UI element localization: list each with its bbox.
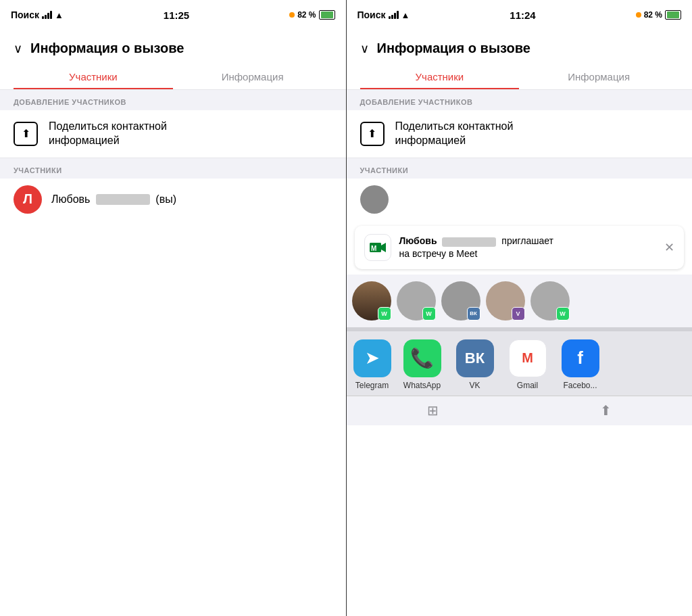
app-item-telegram[interactable]: ➤ Telegram xyxy=(352,339,393,390)
contact-avatar-5[interactable]: W xyxy=(530,281,570,321)
right-header-row: ∨ Информация о вызове xyxy=(360,41,679,56)
right-tabs: Участники Информация xyxy=(360,64,679,89)
left-status-left: Поиск ▲ xyxy=(11,9,64,20)
contact-avatar-1[interactable]: W xyxy=(352,281,391,321)
left-header: ∨ Информация о вызове Участники Информац… xyxy=(0,30,346,90)
right-share-text: Поделиться контактнойинформацией xyxy=(395,120,514,148)
left-signal-icon xyxy=(42,11,52,19)
right-phone-panel: Поиск ▲ 11:24 82 % ∨ Информация о вызове xyxy=(347,0,693,616)
left-battery-pct: 82 % xyxy=(297,10,316,20)
gmail-icon: M xyxy=(509,339,547,377)
right-clock: 11:24 xyxy=(510,9,535,21)
contact-badge-2: W xyxy=(422,307,436,321)
contact-badge-5: W xyxy=(556,307,570,321)
app-item-vk[interactable]: ВК VK xyxy=(452,339,498,390)
right-tab-participants[interactable]: Участники xyxy=(360,64,520,89)
left-phone-panel: Поиск ▲ 11:25 82 % ∨ Информация о вызове xyxy=(0,0,347,616)
app-item-facebook[interactable]: f Facebo... xyxy=(558,339,603,390)
left-wifi-icon: ▲ xyxy=(55,10,64,20)
left-participant-name: Любовь (вы) xyxy=(51,193,176,206)
bottom-share-icon[interactable]: ⬆ xyxy=(600,402,612,419)
facebook-label: Facebo... xyxy=(558,381,603,390)
left-page-title: Информация о вызове xyxy=(30,41,184,56)
right-avatar-partial xyxy=(360,185,389,214)
right-participant-partial xyxy=(347,179,693,220)
left-tabs: Участники Информация xyxy=(14,64,332,89)
telegram-label: Telegram xyxy=(352,381,393,390)
whatsapp-icon: 📞 xyxy=(403,339,441,377)
contact-badge-4: V xyxy=(512,307,525,321)
left-battery-icon xyxy=(319,10,335,20)
left-avatar-letter: Л xyxy=(23,191,32,207)
right-contacts-scroll[interactable]: W W ВК V W xyxy=(347,275,693,327)
right-signal-icon xyxy=(389,11,399,19)
vk-icon: ВК xyxy=(456,339,494,377)
left-participants-label: УЧАСТНИКИ xyxy=(0,158,346,179)
right-notification-name: Любовь xyxy=(399,235,499,246)
left-share-icon: ⬆ xyxy=(14,122,38,146)
right-participants-label: УЧАСТНИКИ xyxy=(347,158,693,179)
right-content: ∨ Информация о вызове Участники Информац… xyxy=(347,30,693,616)
right-share-row[interactable]: ⬆ Поделиться контактнойинформацией xyxy=(347,110,693,158)
right-notification-close-icon[interactable]: ✕ xyxy=(664,240,674,255)
gmail-label: Gmail xyxy=(517,381,538,390)
right-tab-info[interactable]: Информация xyxy=(519,64,678,89)
left-share-text: Поделиться контактнойинформацией xyxy=(49,120,167,148)
right-share-icon: ⬆ xyxy=(360,122,385,146)
right-battery-pct: 82 % xyxy=(644,10,662,20)
right-chevron-icon[interactable]: ∨ xyxy=(360,41,369,56)
right-meet-icon: M xyxy=(364,234,391,261)
right-wifi-icon: ▲ xyxy=(401,10,410,20)
left-clock: 11:25 xyxy=(164,9,189,21)
left-search-label: Поиск xyxy=(11,9,39,20)
contact-avatar-2[interactable]: W xyxy=(397,281,436,321)
right-status-right: 82 % xyxy=(636,10,681,20)
left-header-row: ∨ Информация о вызове xyxy=(14,41,332,56)
contact-avatar-3[interactable]: ВК xyxy=(441,281,480,321)
bottom-grid-icon[interactable]: ⊞ xyxy=(427,402,439,419)
right-header: ∨ Информация о вызове Участники Информац… xyxy=(347,30,693,90)
app-item-whatsapp[interactable]: 📞 WhatsApp xyxy=(399,339,445,390)
telegram-icon: ➤ xyxy=(353,339,391,377)
left-content: ∨ Информация о вызове Участники Информац… xyxy=(0,30,346,616)
right-add-participants-label: ДОБАВЛЕНИЕ УЧАСТНИКОВ xyxy=(347,90,693,110)
right-notification-banner[interactable]: M Любовь приглашаетна встречу в Meet ✕ xyxy=(355,226,685,269)
left-participant-row: Л Любовь (вы) xyxy=(0,179,346,220)
left-status-bar: Поиск ▲ 11:25 82 % xyxy=(0,0,346,30)
left-battery-dot xyxy=(289,12,295,18)
left-add-participants-label: ДОБАВЛЕНИЕ УЧАСТНИКОВ xyxy=(0,90,346,110)
right-bottom-bar: ⊞ ⬆ xyxy=(347,396,693,425)
left-tab-participants[interactable]: Участники xyxy=(14,64,173,89)
right-page-title: Информация о вызове xyxy=(377,41,530,56)
svg-text:M: M xyxy=(371,245,376,252)
left-share-row[interactable]: ⬆ Поделиться контактнойинформацией xyxy=(0,110,346,158)
right-status-left: Поиск ▲ xyxy=(357,9,410,20)
vk-label: VK xyxy=(469,381,480,390)
contact-badge-3: ВК xyxy=(467,307,480,321)
right-status-bar: Поиск ▲ 11:24 82 % xyxy=(347,0,693,30)
right-battery-icon xyxy=(665,10,681,20)
left-chevron-icon[interactable]: ∨ xyxy=(14,41,22,56)
whatsapp-label: WhatsApp xyxy=(403,381,441,390)
right-search-label: Поиск xyxy=(357,9,386,20)
right-battery-dot xyxy=(636,12,641,18)
left-avatar: Л xyxy=(14,185,42,214)
contact-badge-1: W xyxy=(378,307,391,321)
left-status-right: 82 % xyxy=(289,10,335,20)
right-notification-text: Любовь приглашаетна встречу в Meet xyxy=(399,235,657,259)
app-item-gmail[interactable]: M Gmail xyxy=(505,339,551,390)
left-tab-info[interactable]: Информация xyxy=(173,64,332,89)
app-icons-row: ➤ Telegram 📞 WhatsApp ВК VK xyxy=(347,331,693,396)
contact-avatar-4[interactable]: V xyxy=(486,281,525,321)
facebook-icon: f xyxy=(562,339,599,377)
